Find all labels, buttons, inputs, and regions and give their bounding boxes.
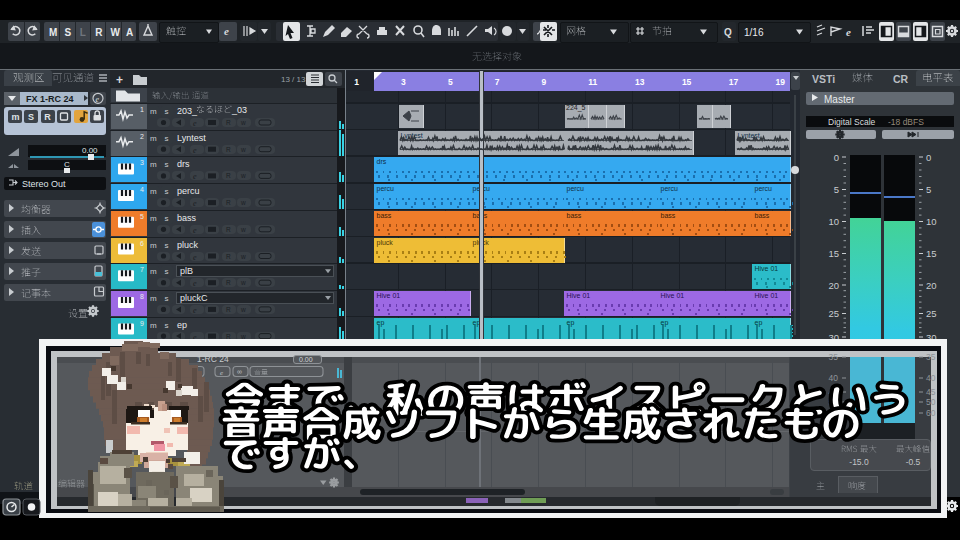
svg-text:50: 50 [926, 397, 936, 407]
svg-text:40: 40 [829, 373, 839, 383]
svg-text:40: 40 [926, 373, 936, 383]
svg-text:35: 35 [829, 352, 839, 362]
svg-text:∞: ∞ [237, 368, 242, 375]
svg-text:60: 60 [926, 408, 936, 418]
svg-text:1-RC 24: 1-RC 24 [197, 354, 229, 364]
svg-text:45: 45 [926, 387, 936, 397]
svg-text:e: e [220, 369, 223, 377]
svg-text:0.00: 0.00 [299, 356, 313, 363]
svg-text:35: 35 [926, 352, 936, 362]
svg-text:-15.0: -15.0 [849, 457, 869, 467]
svg-text:-0.5: -0.5 [906, 457, 921, 467]
